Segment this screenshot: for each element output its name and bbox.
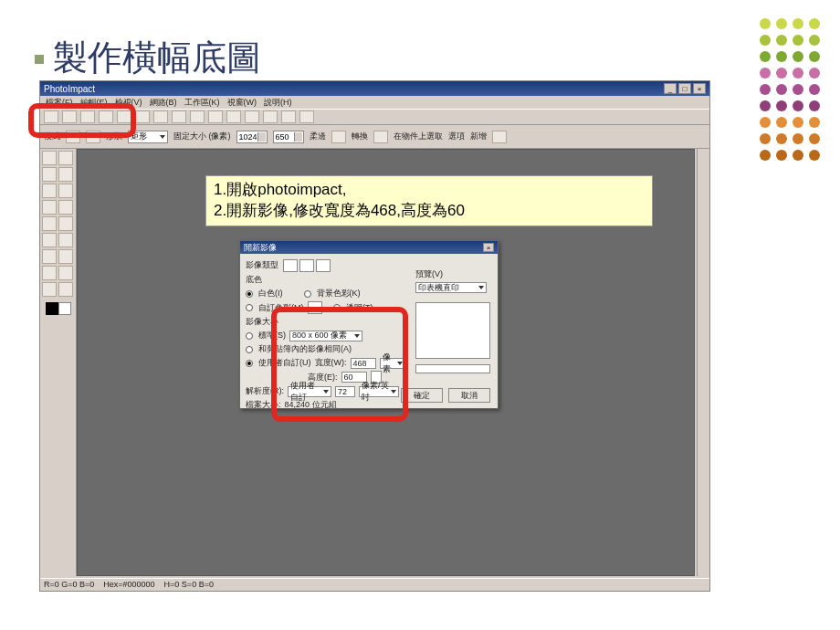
menu-view[interactable]: 檢視(V) (115, 97, 142, 109)
tool-fill-icon[interactable] (58, 200, 73, 215)
effect-icon[interactable] (226, 110, 241, 123)
mode-move-icon[interactable] (66, 131, 80, 143)
cancel-button-label: 取消 (461, 390, 478, 402)
tool-clone-icon[interactable] (42, 216, 57, 231)
tool-lasso-icon[interactable] (42, 167, 57, 182)
statusbar: R=0 G=0 B=0 Hex=#000000 H=0 S=0 B=0 (40, 578, 709, 591)
status-hsb: H=0 S=0 B=0 (164, 580, 214, 590)
easypalette-icon[interactable] (245, 110, 259, 123)
new-image-dialog: 開新影像 × 影像類型 底色 白色(I) 背景色彩(K) 自訂色彩(M) 透明(… (239, 240, 499, 409)
tool-eyedrop-icon[interactable] (42, 282, 57, 297)
dot (776, 150, 787, 161)
radio-standard[interactable] (246, 332, 253, 340)
tool-measure-icon[interactable] (58, 266, 73, 280)
res-input[interactable]: 72 (335, 386, 355, 397)
copy-icon[interactable] (135, 110, 150, 123)
resolution-label: 解析度(R): (246, 385, 284, 397)
width-input[interactable]: 468 (351, 358, 376, 369)
tool-retouch-icon[interactable] (58, 216, 73, 231)
ok-button[interactable]: 確定 (401, 388, 443, 403)
menu-window[interactable]: 視窗(W) (227, 97, 257, 109)
width-field[interactable]: 1024 (236, 131, 268, 143)
type-gray-icon[interactable] (299, 259, 314, 272)
browse-icon[interactable] (263, 110, 278, 123)
dot (809, 18, 820, 29)
menu-web[interactable]: 網路(B) (150, 97, 177, 109)
undo-icon[interactable] (172, 110, 186, 123)
tool-stamp-icon[interactable] (42, 249, 57, 264)
tool-transform-icon[interactable] (58, 184, 73, 198)
width-unit-select[interactable]: 像素 (380, 358, 405, 369)
tool-text-icon[interactable] (42, 233, 57, 247)
more-icon[interactable] (299, 110, 314, 123)
trans-label: 轉換 (352, 131, 368, 142)
tool-move-icon[interactable] (58, 151, 73, 165)
radio-userdef[interactable] (246, 360, 253, 367)
color-panel-icon[interactable] (208, 110, 223, 123)
image-type-label: 影像類型 (246, 260, 278, 269)
tool-crop-icon[interactable] (42, 184, 57, 198)
tool-select-icon[interactable] (42, 151, 57, 165)
radio-bgcolor[interactable] (304, 290, 311, 298)
radio-bgcolor-label: 背景色彩(K) (317, 288, 361, 299)
preview-panel: 預覽(V) 印表機直印 (415, 268, 490, 373)
tool-hand-icon[interactable] (58, 282, 73, 297)
preview-orient-select[interactable]: 印表機直印 (415, 282, 487, 293)
res-mode-value: 使用者自訂 (290, 380, 321, 404)
dot (809, 150, 820, 161)
res-unit-select[interactable]: 像素/英吋 (359, 386, 399, 397)
preview-bar (415, 364, 490, 373)
radio-custom[interactable] (246, 304, 253, 311)
fixed-size-label: 固定大小 (像素) (173, 131, 231, 142)
radio-white[interactable] (246, 290, 253, 298)
dialog-close-button[interactable]: × (483, 243, 494, 252)
trans-icon[interactable] (373, 131, 388, 143)
preview-orient-value: 印表機直印 (418, 282, 459, 294)
dot (809, 84, 820, 95)
save-icon[interactable] (80, 110, 95, 123)
maximize-button[interactable]: □ (678, 83, 691, 94)
dot (760, 18, 771, 29)
radio-clipboard[interactable] (246, 346, 253, 353)
new-icon[interactable] (44, 110, 58, 123)
radio-trans-label: 透明(T) (346, 302, 373, 314)
menu-workspace[interactable]: 工作區(K) (184, 97, 220, 109)
shape-select[interactable]: 矩形 (128, 131, 168, 143)
redo-icon[interactable] (190, 110, 205, 123)
type-bw-icon[interactable] (316, 259, 331, 272)
tool-eraser-icon[interactable] (58, 249, 73, 264)
height-input-value: 60 (344, 373, 353, 382)
soft-icon[interactable] (331, 131, 346, 143)
color-swatch[interactable] (46, 302, 71, 315)
custom-color-swatch[interactable] (308, 301, 322, 314)
open-icon[interactable] (62, 110, 77, 123)
menu-help[interactable]: 說明(H) (264, 97, 292, 109)
dot (793, 35, 803, 46)
vertical-scrollbar[interactable] (697, 149, 709, 576)
menu-edit[interactable]: 編輯(E) (80, 97, 108, 109)
minimize-button[interactable]: _ (664, 83, 677, 94)
radio-trans[interactable] (333, 304, 341, 311)
dot (776, 133, 787, 144)
height-field[interactable]: 650 (273, 131, 304, 143)
tool-wand-icon[interactable] (58, 167, 73, 182)
tool-brush-icon[interactable] (42, 200, 57, 215)
mode-add-icon[interactable] (86, 131, 100, 143)
dot (776, 51, 787, 62)
tool-path-icon[interactable] (58, 233, 73, 247)
opt-icon[interactable] (492, 131, 507, 143)
close-button[interactable]: × (693, 83, 706, 94)
print-icon[interactable] (99, 110, 113, 123)
help-icon[interactable] (281, 110, 296, 123)
paste-icon[interactable] (153, 110, 168, 123)
dot (793, 133, 803, 144)
cancel-button[interactable]: 取消 (448, 388, 490, 403)
cut-icon[interactable] (117, 110, 131, 123)
menu-file[interactable]: 檔案(F) (46, 97, 73, 109)
res-mode-select[interactable]: 使用者自訂 (288, 386, 331, 397)
type-rgb-icon[interactable] (283, 259, 298, 272)
dot (776, 100, 787, 111)
standard-size-select[interactable]: 800 x 600 像素 (289, 331, 362, 341)
radio-clipboard-label: 和剪貼簿內的影像相同(A) (258, 343, 352, 355)
tool-zoom-icon[interactable] (42, 266, 57, 280)
